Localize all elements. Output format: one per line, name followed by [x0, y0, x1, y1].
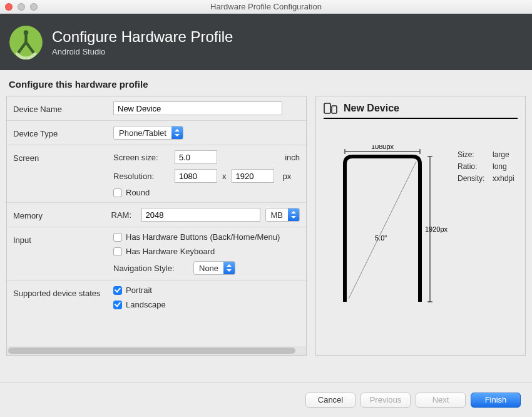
- label-nav-style: Navigation Style:: [113, 264, 188, 273]
- width-label: 1080px: [371, 145, 394, 150]
- label-resolution: Resolution:: [113, 172, 170, 181]
- density-key: Density:: [458, 173, 493, 185]
- resolution-height-input[interactable]: [232, 169, 274, 183]
- diag-label: 5.0": [375, 234, 387, 242]
- label-ram: RAM:: [111, 210, 136, 220]
- hw-buttons-checkbox[interactable]: Has Hardware Buttons (Back/Home/Menu): [113, 232, 280, 242]
- svg-rect-3: [332, 106, 337, 113]
- landscape-checkbox[interactable]: Landscape: [113, 300, 166, 309]
- portrait-checkbox[interactable]: Portrait: [113, 286, 152, 295]
- header-banner: Configure Hardware Profile Android Studi…: [0, 14, 532, 70]
- previous-button[interactable]: Previous: [361, 393, 411, 408]
- label-input: Input: [13, 232, 113, 245]
- label-inch: inch: [285, 153, 300, 162]
- label-device-name: Device Name: [13, 101, 113, 114]
- preview-pane: New Device 1080px: [315, 96, 526, 356]
- label-supported-states: Supported device states: [13, 286, 113, 299]
- dropdown-arrows-icon: [288, 209, 299, 221]
- next-button[interactable]: Next: [416, 393, 466, 408]
- size-value: large: [493, 150, 509, 159]
- ratio-value: long: [493, 162, 507, 171]
- titlebar: Hardware Profile Configuration: [0, 0, 532, 14]
- density-value: xxhdpi: [493, 174, 514, 183]
- label-px: px: [283, 172, 292, 181]
- label-screen: Screen: [13, 150, 113, 163]
- preview-title: New Device: [344, 103, 399, 114]
- device-type-select[interactable]: Phone/Tablet: [113, 126, 183, 140]
- svg-point-1: [24, 30, 29, 35]
- svg-line-7: [349, 162, 416, 299]
- height-label: 1920px: [425, 225, 448, 233]
- section-title: Configure this hardware profile: [6, 79, 526, 90]
- form-pane: Device Name Device Type Phone/Tablet: [6, 96, 307, 356]
- horizontal-scrollbar[interactable]: [7, 346, 306, 355]
- cancel-button[interactable]: Cancel: [305, 393, 356, 408]
- resolution-width-input[interactable]: [175, 169, 217, 183]
- banner-subtitle: Android Studio: [52, 47, 233, 56]
- ram-input[interactable]: [141, 208, 260, 222]
- phone-diagram: 1080px 5.0" 1920px: [324, 145, 449, 314]
- ratio-key: Ratio:: [458, 161, 493, 173]
- finish-button[interactable]: Finish: [471, 393, 521, 408]
- hw-keyboard-checkbox[interactable]: Has Hardware Keyboard: [113, 247, 215, 256]
- size-key: Size:: [458, 149, 493, 161]
- window-title: Hardware Profile Configuration: [0, 2, 532, 11]
- label-memory: Memory: [13, 208, 111, 220]
- screen-size-input[interactable]: [175, 150, 217, 164]
- button-bar: Cancel Previous Next Finish: [0, 382, 532, 417]
- label-device-type: Device Type: [13, 126, 113, 138]
- device-icon: [324, 103, 337, 114]
- android-studio-logo: [9, 25, 43, 59]
- svg-rect-2: [324, 103, 330, 113]
- nav-style-select[interactable]: None: [193, 261, 235, 275]
- round-checkbox[interactable]: Round: [113, 188, 150, 197]
- ram-unit-select[interactable]: MB: [265, 208, 300, 222]
- banner-heading: Configure Hardware Profile: [52, 28, 233, 46]
- label-screen-size: Screen size:: [113, 153, 170, 162]
- label-x: x: [222, 172, 227, 181]
- dropdown-arrows-icon: [223, 262, 235, 274]
- device-name-input[interactable]: [113, 101, 282, 115]
- dropdown-arrows-icon: [171, 126, 183, 139]
